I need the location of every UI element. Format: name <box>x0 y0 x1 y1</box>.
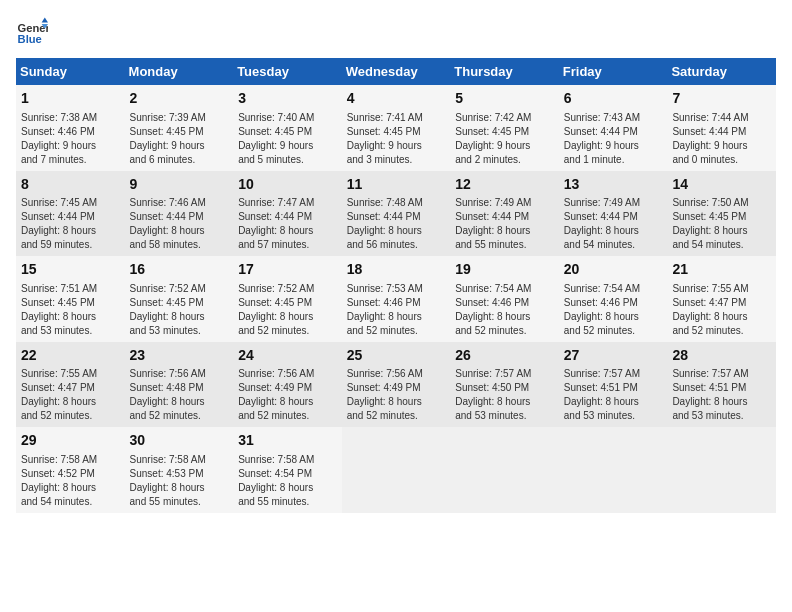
calendar-cell: 21Sunrise: 7:55 AM Sunset: 4:47 PM Dayli… <box>667 256 776 342</box>
calendar-cell: 20Sunrise: 7:54 AM Sunset: 4:46 PM Dayli… <box>559 256 668 342</box>
calendar-cell: 5Sunrise: 7:42 AM Sunset: 4:45 PM Daylig… <box>450 85 559 171</box>
calendar-cell: 10Sunrise: 7:47 AM Sunset: 4:44 PM Dayli… <box>233 171 342 257</box>
week-row-2: 8Sunrise: 7:45 AM Sunset: 4:44 PM Daylig… <box>16 171 776 257</box>
calendar-table: SundayMondayTuesdayWednesdayThursdayFrid… <box>16 58 776 513</box>
day-number: 2 <box>130 89 229 109</box>
day-info: Sunrise: 7:55 AM Sunset: 4:47 PM Dayligh… <box>21 367 120 423</box>
calendar-cell: 13Sunrise: 7:49 AM Sunset: 4:44 PM Dayli… <box>559 171 668 257</box>
day-number: 10 <box>238 175 337 195</box>
day-info: Sunrise: 7:58 AM Sunset: 4:54 PM Dayligh… <box>238 453 337 509</box>
day-number: 22 <box>21 346 120 366</box>
day-number: 29 <box>21 431 120 451</box>
day-info: Sunrise: 7:57 AM Sunset: 4:51 PM Dayligh… <box>672 367 771 423</box>
day-info: Sunrise: 7:57 AM Sunset: 4:51 PM Dayligh… <box>564 367 663 423</box>
day-info: Sunrise: 7:54 AM Sunset: 4:46 PM Dayligh… <box>455 282 554 338</box>
day-info: Sunrise: 7:49 AM Sunset: 4:44 PM Dayligh… <box>455 196 554 252</box>
calendar-cell: 26Sunrise: 7:57 AM Sunset: 4:50 PM Dayli… <box>450 342 559 428</box>
day-number: 17 <box>238 260 337 280</box>
day-number: 8 <box>21 175 120 195</box>
week-row-5: 29Sunrise: 7:58 AM Sunset: 4:52 PM Dayli… <box>16 427 776 513</box>
calendar-cell: 31Sunrise: 7:58 AM Sunset: 4:54 PM Dayli… <box>233 427 342 513</box>
calendar-cell: 19Sunrise: 7:54 AM Sunset: 4:46 PM Dayli… <box>450 256 559 342</box>
column-header-thursday: Thursday <box>450 58 559 85</box>
day-number: 19 <box>455 260 554 280</box>
day-info: Sunrise: 7:48 AM Sunset: 4:44 PM Dayligh… <box>347 196 446 252</box>
column-header-friday: Friday <box>559 58 668 85</box>
calendar-cell <box>667 427 776 513</box>
day-info: Sunrise: 7:43 AM Sunset: 4:44 PM Dayligh… <box>564 111 663 167</box>
day-info: Sunrise: 7:56 AM Sunset: 4:49 PM Dayligh… <box>238 367 337 423</box>
day-number: 16 <box>130 260 229 280</box>
day-number: 15 <box>21 260 120 280</box>
logo: General Blue <box>16 16 52 48</box>
calendar-cell: 7Sunrise: 7:44 AM Sunset: 4:44 PM Daylig… <box>667 85 776 171</box>
calendar-cell: 11Sunrise: 7:48 AM Sunset: 4:44 PM Dayli… <box>342 171 451 257</box>
column-header-tuesday: Tuesday <box>233 58 342 85</box>
day-number: 28 <box>672 346 771 366</box>
day-info: Sunrise: 7:56 AM Sunset: 4:48 PM Dayligh… <box>130 367 229 423</box>
calendar-cell: 27Sunrise: 7:57 AM Sunset: 4:51 PM Dayli… <box>559 342 668 428</box>
column-header-saturday: Saturday <box>667 58 776 85</box>
day-info: Sunrise: 7:41 AM Sunset: 4:45 PM Dayligh… <box>347 111 446 167</box>
day-info: Sunrise: 7:49 AM Sunset: 4:44 PM Dayligh… <box>564 196 663 252</box>
day-info: Sunrise: 7:50 AM Sunset: 4:45 PM Dayligh… <box>672 196 771 252</box>
calendar-cell: 30Sunrise: 7:58 AM Sunset: 4:53 PM Dayli… <box>125 427 234 513</box>
day-info: Sunrise: 7:44 AM Sunset: 4:44 PM Dayligh… <box>672 111 771 167</box>
day-info: Sunrise: 7:54 AM Sunset: 4:46 PM Dayligh… <box>564 282 663 338</box>
day-info: Sunrise: 7:46 AM Sunset: 4:44 PM Dayligh… <box>130 196 229 252</box>
day-number: 13 <box>564 175 663 195</box>
page-header: General Blue <box>16 16 776 48</box>
calendar-cell: 29Sunrise: 7:58 AM Sunset: 4:52 PM Dayli… <box>16 427 125 513</box>
calendar-cell: 15Sunrise: 7:51 AM Sunset: 4:45 PM Dayli… <box>16 256 125 342</box>
day-number: 1 <box>21 89 120 109</box>
day-number: 14 <box>672 175 771 195</box>
calendar-cell: 24Sunrise: 7:56 AM Sunset: 4:49 PM Dayli… <box>233 342 342 428</box>
day-number: 18 <box>347 260 446 280</box>
calendar-cell: 3Sunrise: 7:40 AM Sunset: 4:45 PM Daylig… <box>233 85 342 171</box>
day-info: Sunrise: 7:40 AM Sunset: 4:45 PM Dayligh… <box>238 111 337 167</box>
day-info: Sunrise: 7:45 AM Sunset: 4:44 PM Dayligh… <box>21 196 120 252</box>
day-number: 25 <box>347 346 446 366</box>
day-number: 23 <box>130 346 229 366</box>
day-info: Sunrise: 7:56 AM Sunset: 4:49 PM Dayligh… <box>347 367 446 423</box>
svg-text:Blue: Blue <box>18 33 42 45</box>
calendar-cell: 4Sunrise: 7:41 AM Sunset: 4:45 PM Daylig… <box>342 85 451 171</box>
day-number: 30 <box>130 431 229 451</box>
day-info: Sunrise: 7:55 AM Sunset: 4:47 PM Dayligh… <box>672 282 771 338</box>
column-header-sunday: Sunday <box>16 58 125 85</box>
day-number: 24 <box>238 346 337 366</box>
day-number: 31 <box>238 431 337 451</box>
column-header-wednesday: Wednesday <box>342 58 451 85</box>
day-info: Sunrise: 7:53 AM Sunset: 4:46 PM Dayligh… <box>347 282 446 338</box>
calendar-cell <box>559 427 668 513</box>
calendar-cell: 17Sunrise: 7:52 AM Sunset: 4:45 PM Dayli… <box>233 256 342 342</box>
day-number: 6 <box>564 89 663 109</box>
calendar-cell: 18Sunrise: 7:53 AM Sunset: 4:46 PM Dayli… <box>342 256 451 342</box>
day-number: 4 <box>347 89 446 109</box>
svg-text:General: General <box>18 22 48 34</box>
day-info: Sunrise: 7:51 AM Sunset: 4:45 PM Dayligh… <box>21 282 120 338</box>
day-info: Sunrise: 7:57 AM Sunset: 4:50 PM Dayligh… <box>455 367 554 423</box>
week-row-4: 22Sunrise: 7:55 AM Sunset: 4:47 PM Dayli… <box>16 342 776 428</box>
svg-marker-2 <box>42 18 48 23</box>
day-number: 12 <box>455 175 554 195</box>
calendar-cell: 23Sunrise: 7:56 AM Sunset: 4:48 PM Dayli… <box>125 342 234 428</box>
day-number: 20 <box>564 260 663 280</box>
day-number: 7 <box>672 89 771 109</box>
day-info: Sunrise: 7:47 AM Sunset: 4:44 PM Dayligh… <box>238 196 337 252</box>
calendar-cell: 2Sunrise: 7:39 AM Sunset: 4:45 PM Daylig… <box>125 85 234 171</box>
day-number: 3 <box>238 89 337 109</box>
calendar-cell: 12Sunrise: 7:49 AM Sunset: 4:44 PM Dayli… <box>450 171 559 257</box>
calendar-cell: 6Sunrise: 7:43 AM Sunset: 4:44 PM Daylig… <box>559 85 668 171</box>
calendar-cell <box>450 427 559 513</box>
calendar-cell <box>342 427 451 513</box>
calendar-cell: 14Sunrise: 7:50 AM Sunset: 4:45 PM Dayli… <box>667 171 776 257</box>
day-number: 5 <box>455 89 554 109</box>
calendar-cell: 25Sunrise: 7:56 AM Sunset: 4:49 PM Dayli… <box>342 342 451 428</box>
day-number: 26 <box>455 346 554 366</box>
column-header-monday: Monday <box>125 58 234 85</box>
day-number: 11 <box>347 175 446 195</box>
week-row-1: 1Sunrise: 7:38 AM Sunset: 4:46 PM Daylig… <box>16 85 776 171</box>
day-info: Sunrise: 7:58 AM Sunset: 4:52 PM Dayligh… <box>21 453 120 509</box>
calendar-cell: 8Sunrise: 7:45 AM Sunset: 4:44 PM Daylig… <box>16 171 125 257</box>
